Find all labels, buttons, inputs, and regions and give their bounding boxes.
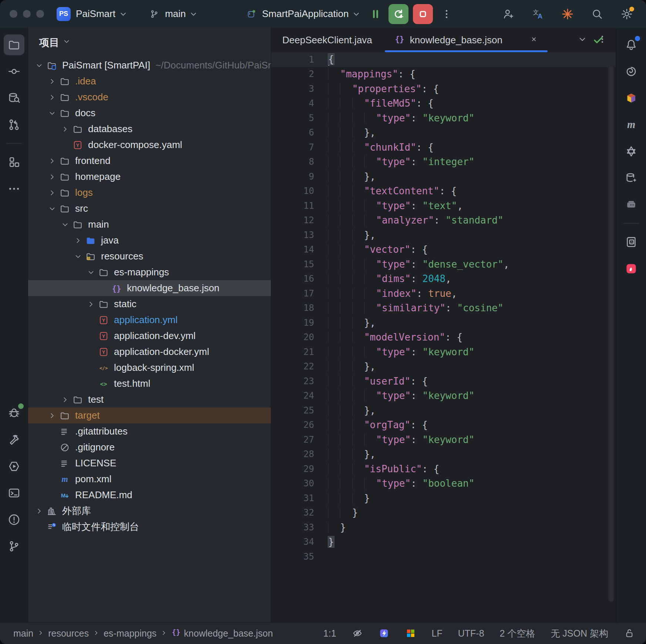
encoding[interactable]: UTF-8: [458, 628, 484, 639]
indent-setting[interactable]: 2 个空格: [500, 627, 535, 640]
terminal-icon[interactable]: [4, 483, 24, 503]
chevron-down-icon[interactable]: [46, 109, 59, 118]
window-close-button[interactable]: [10, 10, 17, 18]
plugin-purple-icon[interactable]: [378, 628, 390, 639]
tree-item-logs[interactable]: logs: [28, 185, 271, 201]
robot-icon[interactable]: [621, 194, 642, 215]
microsoft-logo-icon[interactable]: [405, 628, 416, 639]
chevron-right-icon[interactable]: [46, 93, 59, 102]
chevron-right-icon[interactable]: [58, 125, 72, 134]
chevron-right-icon[interactable]: [46, 172, 59, 181]
tree-item-idea[interactable]: .idea: [28, 73, 271, 89]
tree-item-application-docker-yml[interactable]: Yapplication-docker.yml: [28, 344, 271, 360]
tree-item-pom-xml[interactable]: mpom.xml: [28, 471, 271, 487]
structure-icon[interactable]: [4, 152, 24, 172]
close-icon[interactable]: [530, 34, 538, 46]
tree-item-临时文件和控制台[interactable]: 临时文件和控制台: [28, 519, 271, 535]
run-configuration-widget[interactable]: SmartPaiApplication: [243, 8, 362, 20]
tree-item-docker-compose-yaml[interactable]: Ydocker-compose.yaml: [28, 137, 271, 153]
tree-item-外部库[interactable]: 外部库: [28, 503, 271, 519]
tree-item-frontend[interactable]: frontend: [28, 153, 271, 169]
build-hammer-icon[interactable]: [4, 429, 24, 450]
tree-item-logback-spring-xml[interactable]: </>logback-spring.xml: [28, 360, 271, 376]
burst-icon[interactable]: [560, 7, 575, 21]
project-panel-header[interactable]: 项目: [28, 28, 271, 57]
chevron-right-icon[interactable]: [71, 236, 85, 245]
tab-knowledge-base-json[interactable]: {}knowledge_base.json: [383, 28, 549, 52]
tree-item-es-mappings[interactable]: es-mappings: [28, 264, 271, 280]
dictionary-icon[interactable]: A: [621, 232, 642, 252]
tree-item-readme-md[interactable]: MREADME.md: [28, 487, 271, 503]
hidden-tabs-chevron-icon[interactable]: [577, 34, 588, 46]
plugin-ml-icon[interactable]: [621, 88, 642, 108]
services-icon[interactable]: [4, 456, 24, 477]
window-zoom-button[interactable]: [36, 10, 44, 18]
chevron-down-icon[interactable]: [58, 220, 72, 229]
tree-item-gitignore[interactable]: .gitignore: [28, 439, 271, 455]
json-schema[interactable]: 无 JSON 架构: [551, 627, 608, 640]
chevron-right-icon[interactable]: [46, 411, 59, 420]
database-search-icon[interactable]: [4, 88, 24, 108]
editor-scrollbar[interactable]: [608, 66, 614, 602]
chevron-down-icon[interactable]: [33, 61, 46, 70]
tree-item-knowledge-base-json[interactable]: {}knowledge_base.json: [28, 280, 271, 296]
line-separator[interactable]: LF: [432, 628, 443, 639]
tree-item-homepage[interactable]: homepage: [28, 169, 271, 185]
ai-swirl-icon[interactable]: [621, 61, 642, 82]
breadcrumb-main[interactable]: main: [13, 628, 33, 639]
tree-item-vscode[interactable]: .vscode: [28, 89, 271, 105]
breadcrumb-resources[interactable]: resources: [48, 628, 89, 639]
rerun-button[interactable]: [388, 4, 408, 24]
inspections-ok-icon[interactable]: [592, 34, 605, 46]
chevron-right-icon[interactable]: [46, 157, 59, 165]
tree-item-target[interactable]: target: [28, 407, 271, 423]
tree-item-resources[interactable]: resources: [28, 248, 271, 264]
tree-item-java[interactable]: java: [28, 232, 271, 248]
tree-item-application-dev-yml[interactable]: Yapplication-dev.yml: [28, 328, 271, 344]
inspection-eye-icon[interactable]: [352, 628, 363, 639]
chevron-right-icon[interactable]: [84, 300, 98, 309]
search-icon[interactable]: [590, 7, 605, 21]
more-icon[interactable]: [4, 178, 24, 199]
breadcrumb-es-mappings[interactable]: es-mappings: [104, 628, 157, 639]
tree-item-test[interactable]: test: [28, 392, 271, 407]
pink-plugin-icon[interactable]: [621, 258, 642, 279]
caret-position[interactable]: 1:1: [323, 628, 336, 639]
chevron-down-icon[interactable]: [46, 204, 59, 213]
tree-item-static[interactable]: static: [28, 296, 271, 312]
commit-icon[interactable]: [4, 61, 24, 82]
tree-item-gitattributes[interactable]: .gitattributes: [28, 423, 271, 439]
database-ai-icon[interactable]: [621, 168, 642, 188]
project-folder-icon[interactable]: [4, 34, 24, 55]
git-branch-icon[interactable]: [4, 536, 24, 557]
tab-deepseekclient-java[interactable]: DeepSeekClient.java: [271, 28, 383, 52]
maven-tool-icon[interactable]: m: [621, 114, 642, 135]
tree-item-main[interactable]: main: [28, 217, 271, 232]
kebab-button[interactable]: [438, 6, 455, 23]
settings-gear-icon[interactable]: [619, 7, 634, 21]
stop-button[interactable]: [413, 4, 433, 24]
tree-item-docs[interactable]: docs: [28, 105, 271, 121]
code-editor[interactable]: 1{2 "mappings": {3 "properties": {4 "fil…: [271, 52, 616, 623]
chevron-right-icon[interactable]: [46, 77, 59, 86]
tree-item-test-html[interactable]: <>test.html: [28, 376, 271, 392]
chevron-right-icon[interactable]: [46, 188, 59, 197]
breadcrumb-knowledge-base-json[interactable]: {}knowledge_base.json: [171, 627, 273, 639]
chevron-right-icon[interactable]: [58, 395, 72, 404]
tree-item-src[interactable]: src: [28, 201, 271, 217]
chevron-down-icon[interactable]: [84, 268, 98, 277]
knot-icon[interactable]: [621, 141, 642, 162]
debug-icon[interactable]: [4, 403, 24, 423]
vcs-widget[interactable]: main: [147, 8, 199, 20]
pause-button[interactable]: [367, 6, 384, 23]
tree-item-paismart-smartpai[interactable]: PaiSmart [SmartPAI]~/Documents/GitHub/Pa…: [28, 57, 271, 73]
chevron-down-icon[interactable]: [71, 252, 85, 261]
problems-icon[interactable]: [4, 509, 24, 530]
add-user-icon[interactable]: [501, 7, 516, 21]
tree-item-license[interactable]: LICENSE: [28, 455, 271, 471]
tree-item-databases[interactable]: databases: [28, 121, 271, 137]
pull-request-icon[interactable]: [4, 114, 24, 135]
translate-icon[interactable]: 文A: [531, 7, 545, 21]
notifications-icon[interactable]: [621, 34, 642, 55]
window-minimize-button[interactable]: [23, 10, 31, 18]
